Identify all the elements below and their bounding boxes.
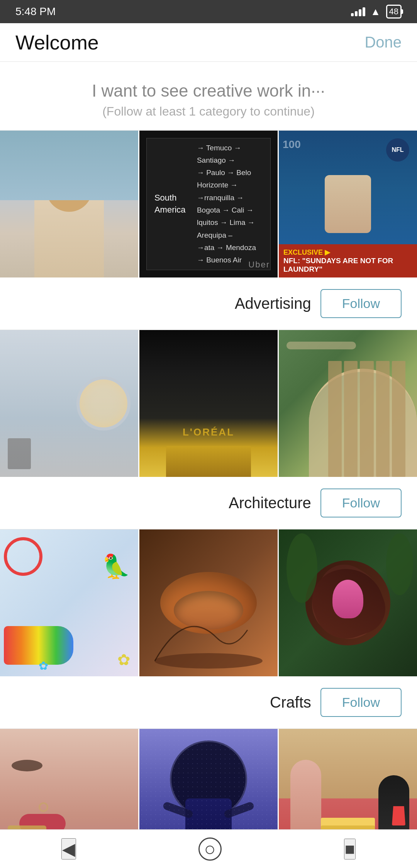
wifi-icon: ▲ — [371, 6, 381, 18]
crafts-image-1: 🦜 ✿ ✿ — [0, 529, 139, 676]
subtitle-sub: (Follow at least 1 category to continue) — [15, 104, 402, 119]
advertising-follow-button[interactable]: Follow — [320, 289, 402, 318]
architecture-footer: Architecture Follow — [0, 477, 417, 529]
recents-button[interactable]: ■ — [344, 839, 356, 859]
architecture-label: Architecture — [229, 494, 311, 512]
arch-image-2: L'ORÉAL — [139, 330, 279, 477]
crafts-label: Crafts — [270, 694, 311, 711]
back-button[interactable]: ◀ — [61, 838, 76, 859]
arch-image-3 — [279, 330, 417, 477]
crafts-footer: Crafts Follow — [0, 676, 417, 728]
category-advertising: Ad SouthAmerica → Temuco → Santiago →→ P… — [0, 131, 417, 330]
nfl-logo: NFL — [386, 138, 409, 162]
category-crafts: 🦜 ✿ ✿ — [0, 529, 417, 729]
subtitle-main: I want to see creative work in··· — [15, 81, 402, 100]
signal-icon — [351, 7, 365, 16]
crafts-follow-button[interactable]: Follow — [320, 688, 402, 717]
category-architecture: L'ORÉAL Architecture Follow — [0, 330, 417, 529]
battery-icon: 48 — [386, 5, 402, 19]
app-header: Welcome Done — [0, 23, 417, 62]
advertising-footer: Advertising Follow — [0, 277, 417, 330]
advertising-label: Advertising — [235, 295, 311, 312]
page-content: Welcome Done I want to see creative work… — [0, 23, 417, 868]
crafts-images: 🦜 ✿ ✿ — [0, 529, 417, 676]
loreal-label: L'ORÉAL — [183, 426, 234, 438]
ad-image-1: Ad — [0, 131, 139, 277]
ad-image-2: SouthAmerica → Temuco → Santiago →→ Paul… — [139, 131, 279, 277]
status-time: 5:48 PM — [15, 5, 56, 18]
architecture-follow-button[interactable]: Follow — [320, 488, 402, 517]
crafts-image-2 — [139, 529, 279, 676]
crafts-image-3 — [279, 529, 417, 676]
advertising-images: Ad SouthAmerica → Temuco → Santiago →→ P… — [0, 131, 417, 277]
architecture-images: L'ORÉAL — [0, 330, 417, 477]
arch-image-1 — [0, 330, 139, 477]
subtitle-section: I want to see creative work in··· (Follo… — [0, 62, 417, 131]
page-title: Welcome — [15, 31, 99, 54]
status-icons: ▲ 48 — [351, 5, 402, 19]
done-button[interactable]: Done — [364, 34, 402, 51]
home-button[interactable]: ○ — [198, 837, 222, 861]
status-bar: 5:48 PM ▲ 48 — [0, 0, 417, 23]
nav-bar: ◀ ○ ■ — [0, 829, 417, 868]
ad-image-3: NFL EXCLUSIVE ▶ NFL: "SUNDAYS ARE NOT FO… — [279, 131, 417, 277]
